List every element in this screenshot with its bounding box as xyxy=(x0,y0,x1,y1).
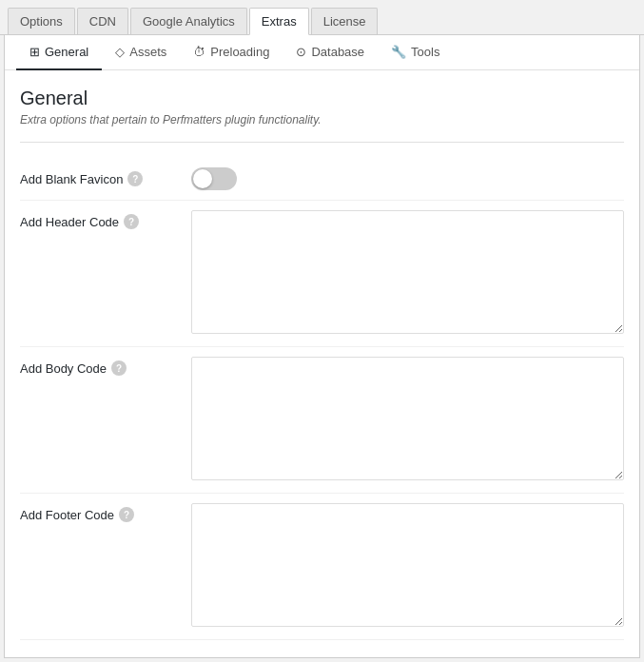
blank-favicon-toggle[interactable] xyxy=(191,167,237,190)
header-code-textarea[interactable] xyxy=(191,210,624,334)
blank-favicon-help-icon[interactable]: ? xyxy=(127,171,143,186)
subnav-assets[interactable]: ◇ Assets xyxy=(102,35,180,70)
subnav-general[interactable]: ⊞ General xyxy=(16,35,102,70)
tab-options[interactable]: Options xyxy=(8,8,75,34)
tab-license[interactable]: License xyxy=(311,8,379,34)
sub-nav: ⊞ General ◇ Assets ⏱ Preloading ⊙ Databa… xyxy=(5,35,639,70)
body-code-row: Add Body Code ? xyxy=(20,347,624,494)
footer-code-label: Add Footer Code ? xyxy=(20,503,191,522)
toggle-thumb xyxy=(193,169,212,188)
content-area: General Extra options that pertain to Pe… xyxy=(5,70,639,657)
tab-extras[interactable]: Extras xyxy=(249,8,309,35)
body-code-label: Add Body Code ? xyxy=(20,357,191,376)
tab-cdn[interactable]: CDN xyxy=(77,8,128,34)
assets-icon: ◇ xyxy=(115,45,125,59)
main-content: ⊞ General ◇ Assets ⏱ Preloading ⊙ Databa… xyxy=(4,35,640,658)
footer-code-textarea[interactable] xyxy=(191,503,624,627)
blank-favicon-row: Add Blank Favicon ? xyxy=(20,158,624,201)
header-code-help-icon[interactable]: ? xyxy=(124,214,139,229)
top-tabs: Options CDN Google Analytics Extras Lice… xyxy=(0,0,644,35)
divider xyxy=(20,142,624,143)
page-subtitle: Extra options that pertain to Perfmatter… xyxy=(20,113,624,127)
tab-google-analytics[interactable]: Google Analytics xyxy=(130,8,247,34)
tools-icon: 🔧 xyxy=(391,45,406,59)
preloading-icon: ⏱ xyxy=(193,45,205,59)
body-code-textarea[interactable] xyxy=(191,357,624,480)
footer-code-help-icon[interactable]: ? xyxy=(119,507,134,522)
page-title: General xyxy=(20,88,624,109)
footer-code-row: Add Footer Code ? xyxy=(20,494,624,640)
subnav-tools[interactable]: 🔧 Tools xyxy=(378,35,453,70)
toggle-track xyxy=(191,167,237,190)
blank-favicon-control xyxy=(191,167,624,190)
body-code-control xyxy=(191,357,624,483)
header-code-label: Add Header Code ? xyxy=(20,210,191,229)
footer-code-control xyxy=(191,503,624,630)
subnav-database[interactable]: ⊙ Database xyxy=(283,35,378,70)
header-code-row: Add Header Code ? xyxy=(20,201,624,347)
subnav-preloading[interactable]: ⏱ Preloading xyxy=(180,35,283,70)
blank-favicon-label: Add Blank Favicon ? xyxy=(20,167,191,186)
header-code-control xyxy=(191,210,624,337)
general-icon: ⊞ xyxy=(29,45,40,59)
database-icon: ⊙ xyxy=(296,45,306,59)
body-code-help-icon[interactable]: ? xyxy=(111,360,127,376)
